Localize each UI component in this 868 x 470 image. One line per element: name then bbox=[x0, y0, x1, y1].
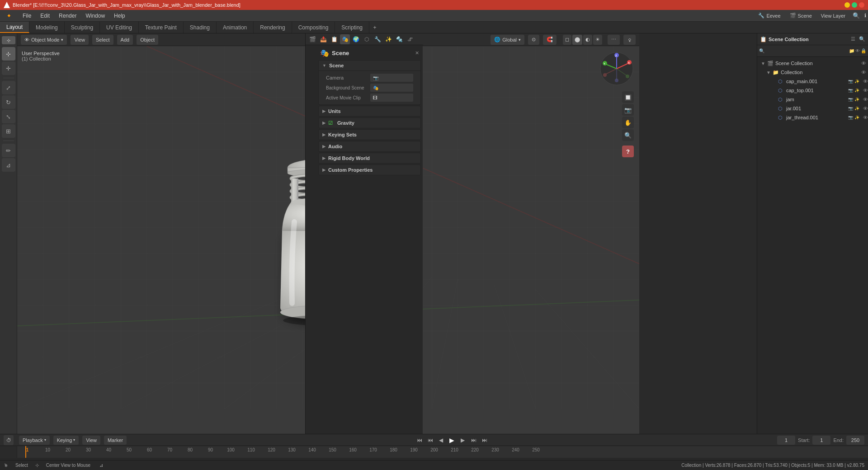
filter-icon-1[interactable]: 📁 bbox=[849, 48, 854, 53]
tab-rendering[interactable]: Rendering bbox=[254, 22, 292, 33]
scale-tool-button[interactable]: ⤡ bbox=[2, 110, 15, 123]
tab-shading[interactable]: Shading bbox=[184, 22, 217, 33]
menu-help[interactable]: Help bbox=[109, 10, 130, 21]
go-to-start-button[interactable]: ⏮ bbox=[415, 436, 424, 445]
add-workspace-button[interactable]: + bbox=[369, 22, 380, 33]
prop-tab-object[interactable]: ⬡ bbox=[362, 34, 372, 44]
tab-modeling[interactable]: Modeling bbox=[29, 22, 65, 33]
movie-clip-value-field[interactable]: 🎞 bbox=[370, 94, 413, 102]
scene-coll-eye-icon[interactable]: 👁 bbox=[861, 61, 866, 66]
menu-edit[interactable]: Edit bbox=[36, 10, 54, 21]
gravity-section-title[interactable]: ▶ ☑ Gravity bbox=[319, 118, 420, 128]
jam-eye-icon[interactable]: 👁 bbox=[863, 97, 868, 102]
viewport-header-view[interactable]: View bbox=[71, 35, 89, 45]
view-layer-selector[interactable]: View Layer bbox=[816, 10, 850, 21]
rigid-body-section-title[interactable]: ▶ Rigid Body World bbox=[319, 153, 420, 163]
prev-keyframe-button[interactable]: ⏮ bbox=[426, 436, 435, 445]
expand-scene-coll: ▼ bbox=[761, 61, 765, 66]
outliner-jar-thread[interactable]: ⬡ jar_thread.001 📷 ✨ 👁 bbox=[757, 113, 868, 122]
viewport-header-add[interactable]: Add bbox=[117, 35, 133, 45]
current-frame-field[interactable]: 1 bbox=[777, 436, 795, 445]
prop-tab-world[interactable]: 🌍 bbox=[351, 34, 361, 44]
timeline-track[interactable]: 1 10 20 30 40 50 60 70 80 90 100 110 bbox=[0, 446, 868, 458]
tab-texture-paint[interactable]: Texture Paint bbox=[139, 22, 184, 33]
next-keyframe-button[interactable]: ⏭ bbox=[469, 436, 478, 445]
minimize-button[interactable] bbox=[844, 2, 850, 8]
tab-scripting[interactable]: Scripting bbox=[335, 22, 369, 33]
outliner-jam[interactable]: ⬡ jam 📷 ✨ 👁 bbox=[757, 95, 868, 104]
go-to-end-button[interactable]: ⏭ bbox=[480, 436, 489, 445]
cap-main-eye-icon[interactable]: 👁 bbox=[863, 79, 868, 84]
outliner-search-area[interactable]: 🔍 bbox=[759, 48, 847, 53]
marker-menu[interactable]: Marker bbox=[104, 436, 127, 445]
menu-search[interactable]: 🔍 bbox=[850, 10, 863, 21]
start-frame-field[interactable]: 1 bbox=[812, 436, 830, 445]
outliner-scene-collection[interactable]: ▼ 🎬 Scene Collection 👁 bbox=[757, 59, 868, 68]
prop-tab-view-layer[interactable]: 📋 bbox=[329, 34, 339, 44]
cursor-tool-button[interactable]: ✛ bbox=[2, 61, 15, 75]
prop-tab-render[interactable]: 🎬 bbox=[307, 34, 317, 44]
move-tool-button[interactable]: ⤢ bbox=[2, 81, 15, 94]
menu-render[interactable]: Render bbox=[54, 10, 81, 21]
cap-top-eye-icon[interactable]: 👁 bbox=[863, 88, 868, 93]
bg-scene-label: Background Scene bbox=[326, 85, 367, 90]
prop-tab-modifier[interactable]: 🔧 bbox=[373, 34, 382, 44]
playback-menu[interactable]: Playback ▾ bbox=[19, 436, 50, 445]
prop-tab-particles[interactable]: ✨ bbox=[383, 34, 393, 44]
filter-icon-3[interactable]: 🔒 bbox=[861, 48, 866, 53]
viewport-header-object[interactable]: Object bbox=[137, 35, 158, 45]
jar-eye-icon[interactable]: 👁 bbox=[863, 106, 868, 111]
transform-tool-button[interactable]: ⊞ bbox=[2, 124, 15, 138]
jar-thread-eye-icon[interactable]: 👁 bbox=[863, 115, 868, 120]
viewport-icon[interactable]: ⊹ bbox=[2, 36, 15, 44]
tab-uv-editing[interactable]: UV Editing bbox=[100, 22, 139, 33]
bg-scene-value-field[interactable]: 🎭 bbox=[370, 84, 413, 92]
rotate-tool-button[interactable]: ↻ bbox=[2, 95, 15, 109]
close-button[interactable] bbox=[859, 2, 864, 8]
prop-tab-scene[interactable]: 🎭 bbox=[340, 34, 350, 44]
collection-eye-icon[interactable]: 👁 bbox=[861, 70, 866, 75]
outliner-cap-main[interactable]: ⬡ cap_main.001 📷 ✨ 👁 bbox=[757, 77, 868, 86]
view-menu[interactable]: View bbox=[82, 436, 100, 445]
annotate-tool-button[interactable]: ✏ bbox=[2, 144, 15, 157]
restore-button[interactable] bbox=[852, 2, 857, 8]
menu-window[interactable]: Window bbox=[81, 10, 109, 21]
prev-frame-button[interactable]: ◀ bbox=[437, 436, 446, 445]
tab-compositing[interactable]: Compositing bbox=[292, 22, 335, 33]
filter-icon-2[interactable]: 👁 bbox=[855, 48, 860, 53]
outliner-search-icon[interactable]: 🔍 bbox=[859, 36, 865, 42]
measure-tool-button[interactable]: ⊿ bbox=[2, 158, 15, 172]
gravity-checkbox[interactable]: ☑ bbox=[328, 120, 333, 126]
menu-blender[interactable]: 🔸 bbox=[0, 10, 18, 21]
prop-tab-physics[interactable]: 🔩 bbox=[394, 34, 404, 44]
end-frame-field[interactable]: 250 bbox=[846, 436, 864, 445]
outliner-collection[interactable]: ▼ 📁 Collection 👁 bbox=[757, 68, 868, 77]
viewport-header-select[interactable]: Select bbox=[92, 35, 113, 45]
outliner-cap-top[interactable]: ⬡ cap_top.001 📷 ✨ 👁 bbox=[757, 86, 868, 95]
menu-file[interactable]: File bbox=[18, 10, 36, 21]
outliner-filter-icon[interactable]: ☰ bbox=[851, 36, 855, 42]
timeline-mode-icon[interactable]: ⏱ bbox=[4, 435, 14, 445]
select-tool-button[interactable]: ⊹ bbox=[2, 47, 15, 61]
keying-sets-title[interactable]: ▶ Keying Sets bbox=[319, 130, 420, 140]
next-frame-button[interactable]: ▶ bbox=[458, 436, 467, 445]
tab-animation[interactable]: Animation bbox=[217, 22, 254, 33]
menu-extra-icons[interactable]: ℹ bbox=[863, 10, 868, 21]
tab-sculpting[interactable]: Sculpting bbox=[65, 22, 100, 33]
outliner-jar[interactable]: ⬡ jar.001 📷 ✨ 👁 bbox=[757, 104, 868, 113]
prop-tab-constraints[interactable]: 🖇 bbox=[405, 34, 415, 44]
scene-selector[interactable]: 🎬 Scene bbox=[785, 10, 816, 21]
custom-props-title[interactable]: ▶ Custom Properties bbox=[319, 165, 420, 175]
engine-selector[interactable]: 🔧 Eevee bbox=[754, 10, 785, 21]
scene-section-title[interactable]: ▼ Scene bbox=[319, 61, 420, 70]
units-section-title[interactable]: ▶ Units bbox=[319, 106, 420, 116]
camera-value-field[interactable]: 📷 bbox=[370, 74, 413, 82]
timeline-area[interactable]: 1 10 20 30 40 50 60 70 80 90 100 110 bbox=[17, 446, 868, 458]
audio-section-title[interactable]: ▶ Audio bbox=[319, 141, 420, 151]
menubar: 🔸 File Edit Render Window Help 🔧 Eevee 🎬… bbox=[0, 10, 868, 22]
tab-layout[interactable]: Layout bbox=[0, 22, 29, 33]
keying-menu[interactable]: Keying ▾ bbox=[53, 436, 79, 445]
prop-tab-output[interactable]: 📤 bbox=[318, 34, 328, 44]
play-button[interactable]: ▶ bbox=[448, 436, 457, 445]
object-mode-selector[interactable]: 👁 Object Mode ▾ bbox=[21, 35, 67, 45]
